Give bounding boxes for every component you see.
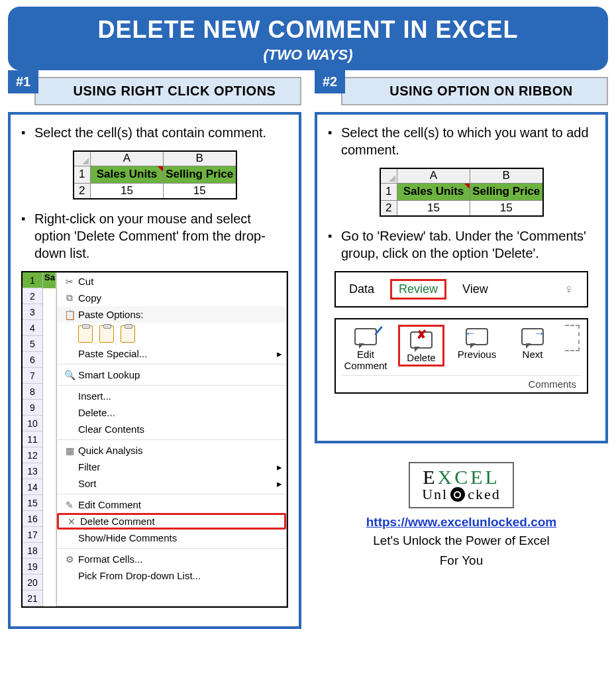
menu-delete[interactable]: Delete... bbox=[57, 404, 286, 421]
row-num: 2 bbox=[23, 288, 42, 304]
row-num: 7 bbox=[23, 368, 42, 384]
search-icon: 🔍 bbox=[61, 370, 78, 380]
row-num: 19 bbox=[23, 559, 42, 575]
menu-paste-options: 📋Paste Options: bbox=[57, 306, 286, 323]
row-num: 1 bbox=[23, 272, 42, 288]
row-header-2: 2 bbox=[74, 183, 91, 199]
row-num: 4 bbox=[23, 320, 42, 336]
menu-copy[interactable]: ⧉Copy bbox=[57, 290, 286, 306]
step-text: Select the cell(s) to which you want to … bbox=[341, 124, 595, 158]
format-icon: ⚙ bbox=[61, 554, 78, 565]
ribbon-group-label: Comments bbox=[342, 375, 580, 391]
menu-cut[interactable]: ✂Cut bbox=[57, 273, 286, 290]
cut-icon: ✂ bbox=[61, 276, 78, 287]
row-num: 20 bbox=[23, 575, 42, 591]
menu-paste-special[interactable]: Paste Special...▸ bbox=[57, 345, 286, 362]
section-heading-2: USING OPTION ON RIBBON bbox=[341, 77, 608, 105]
row-num: 8 bbox=[23, 384, 42, 400]
logo: EXCEL Unlcked bbox=[409, 462, 514, 508]
footer-block: EXCEL Unlcked https://www.excelunlocked.… bbox=[315, 462, 608, 569]
row-num: 21 bbox=[23, 591, 42, 606]
row-num: 11 bbox=[23, 431, 42, 447]
section-1: #1 USING RIGHT CLICK OPTIONS ▪ Select th… bbox=[8, 77, 301, 629]
menu-delete-comment[interactable]: ✕Delete Comment bbox=[57, 513, 286, 530]
bullet-icon: ▪ bbox=[328, 227, 341, 262]
row-num: 6 bbox=[23, 352, 42, 368]
excel-sample-table: A B 1 Sales Units Selling Price 2 15 15 bbox=[73, 150, 237, 199]
row-num: 15 bbox=[23, 495, 42, 511]
row-num: 17 bbox=[23, 527, 42, 543]
row-num: 14 bbox=[23, 479, 42, 495]
tab-data[interactable]: Data bbox=[349, 282, 374, 296]
bullet-icon: ▪ bbox=[21, 210, 34, 262]
cell-a2: 15 bbox=[91, 183, 164, 199]
page-subtitle: (TWO WAYS) bbox=[8, 46, 608, 64]
page-title: DELETE NEW COMMENT IN EXCEL bbox=[8, 16, 608, 44]
section-body-1: ▪ Select the cell(s) that contain commen… bbox=[8, 112, 301, 629]
row-gutter: 1 2 3 4 5 6 7 8 9 10 11 12 13 14 bbox=[23, 272, 43, 606]
col-header-a: A bbox=[91, 151, 164, 166]
section-body-2: ▪ Select the cell(s) to which you want t… bbox=[315, 112, 608, 443]
row-num: 5 bbox=[23, 336, 42, 352]
tab-view[interactable]: View bbox=[462, 282, 488, 296]
table-corner bbox=[74, 151, 91, 166]
ribbon-label: Next bbox=[509, 349, 556, 360]
row-num: 9 bbox=[23, 400, 42, 416]
menu-filter[interactable]: Filter▸ bbox=[57, 459, 286, 475]
delete-comment-icon: ✕ bbox=[63, 516, 80, 527]
menu-show-hide-comments[interactable]: Show/Hide Comments bbox=[57, 530, 286, 546]
ribbon-label: Previous bbox=[454, 349, 500, 360]
footer-tagline-2: For You bbox=[315, 552, 608, 569]
row-num: 12 bbox=[23, 447, 42, 463]
row-num: 16 bbox=[23, 511, 42, 527]
step-text: Select the cell(s) that contain comment. bbox=[34, 124, 288, 141]
section-badge-1: #1 bbox=[8, 70, 38, 93]
ribbon-tabs: Data Review View ♀ bbox=[334, 271, 588, 308]
excel-sample-table: A B 1 Sales Units Selling Price 2 15 15 bbox=[380, 168, 544, 217]
step-text: Go to 'Review' tab. Under the 'Comments'… bbox=[341, 227, 595, 262]
paste-option-icon[interactable] bbox=[121, 325, 135, 343]
menu-format-cells[interactable]: ⚙Format Cells... bbox=[57, 551, 286, 567]
tab-review[interactable]: Review bbox=[390, 279, 446, 300]
edit-comment-icon: ✎ bbox=[61, 500, 78, 510]
cell-b2: 15 bbox=[164, 183, 236, 199]
menu-quick-analysis[interactable]: ▦Quick Analysis bbox=[57, 442, 286, 459]
context-menu-screenshot: 1 2 3 4 5 6 7 8 9 10 11 12 13 14 bbox=[21, 271, 288, 608]
paste-option-icon[interactable] bbox=[99, 325, 114, 343]
menu-sort[interactable]: Sort▸ bbox=[57, 475, 286, 492]
menu-edit-comment[interactable]: ✎Edit Comment bbox=[57, 496, 286, 513]
ribbon-edit-comment[interactable]: Edit Comment bbox=[342, 325, 389, 371]
footer-link[interactable]: https://www.excelunlocked.com bbox=[315, 515, 608, 530]
ribbon-cutoff bbox=[565, 325, 580, 351]
ribbon-delete-comment[interactable]: ✘ Delete bbox=[398, 325, 444, 367]
paste-option-icon[interactable] bbox=[78, 325, 93, 343]
ribbon-label: Edit Comment bbox=[342, 349, 389, 371]
row-num: 18 bbox=[23, 543, 42, 559]
section-heading-1: USING RIGHT CLICK OPTIONS bbox=[34, 77, 301, 105]
paste-icons-row bbox=[57, 323, 286, 345]
ribbon-comments-group: Edit Comment ✘ Delete ← Previous → Nex bbox=[334, 318, 588, 394]
menu-smart-lookup[interactable]: 🔍Smart Lookup bbox=[57, 367, 286, 383]
row-num: 10 bbox=[23, 416, 42, 431]
visible-cell-fragment: Sa bbox=[43, 272, 56, 288]
cell-a1: Sales Units bbox=[91, 166, 164, 183]
cell-b1: Selling Price bbox=[164, 166, 236, 183]
step-text: Right-click on your mouse and select opt… bbox=[34, 210, 288, 262]
menu-pick-from-list[interactable]: Pick From Drop-down List... bbox=[57, 567, 286, 584]
col-header-b: B bbox=[164, 151, 236, 166]
page-header: DELETE NEW COMMENT IN EXCEL (TWO WAYS) bbox=[8, 7, 608, 70]
ribbon-label: Delete bbox=[401, 352, 441, 363]
ribbon-next-comment[interactable]: → Next bbox=[509, 325, 556, 360]
paste-icon: 📋 bbox=[61, 310, 78, 320]
menu-clear-contents[interactable]: Clear Contents bbox=[57, 421, 286, 437]
copy-icon: ⧉ bbox=[61, 292, 78, 304]
bullet-icon: ▪ bbox=[21, 124, 34, 141]
context-menu: ✂Cut ⧉Copy 📋Paste Options: Paste Special… bbox=[56, 272, 287, 606]
section-2: #2 USING OPTION ON RIBBON ▪ Select the c… bbox=[315, 77, 608, 629]
footer-tagline-1: Let's Unlock the Power of Excel bbox=[315, 532, 608, 549]
tell-me-icon[interactable]: ♀ bbox=[564, 282, 574, 297]
ribbon-previous-comment[interactable]: ← Previous bbox=[454, 325, 500, 360]
row-header-1: 1 bbox=[74, 166, 91, 183]
menu-insert[interactable]: Insert... bbox=[57, 388, 286, 404]
quick-analysis-icon: ▦ bbox=[61, 445, 78, 456]
